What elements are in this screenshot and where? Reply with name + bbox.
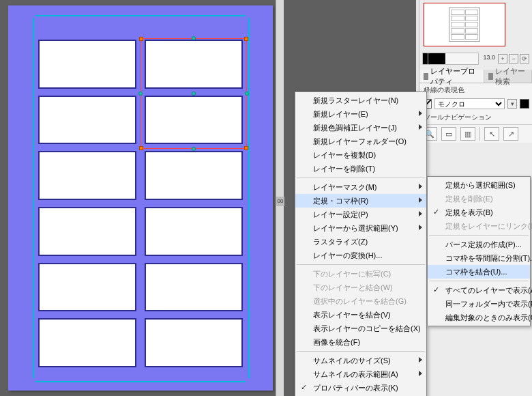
chevron-down-icon[interactable]: ▾ xyxy=(507,99,517,109)
foreground-color-icon[interactable] xyxy=(520,99,529,109)
frame-panel[interactable] xyxy=(38,263,136,312)
page-canvas[interactable] xyxy=(8,5,273,391)
layer-context-menu[interactable]: 新規ラスターレイヤー(N)新規レイヤー(E)新規色調補正レイヤー(J)新規レイヤ… xyxy=(295,91,427,396)
submenu-arrow-icon xyxy=(419,197,422,203)
navigator-page-icon xyxy=(449,8,480,42)
submenu-arrow-icon xyxy=(419,184,422,189)
menu-item[interactable]: すべてのレイヤーで表示(A)✓ xyxy=(428,283,530,297)
submenu-arrow-icon xyxy=(419,111,422,116)
vertical-ruler: 00 xyxy=(276,0,284,396)
submenu-arrow-icon xyxy=(419,357,422,363)
resize-handle-w[interactable] xyxy=(138,91,143,96)
frame-panel[interactable] xyxy=(145,263,243,312)
frame-panel[interactable] xyxy=(145,318,243,367)
transform-tool-icon[interactable]: ↗ xyxy=(503,127,518,141)
menu-separator xyxy=(429,281,529,281)
tab-label: レイヤープロパティ xyxy=(430,66,479,87)
menu-item: 選択中のレイヤーを結合(G) xyxy=(295,294,426,308)
menu-item: 下のレイヤーと結合(W) xyxy=(295,281,426,294)
submenu-arrow-icon xyxy=(419,211,422,216)
menu-item[interactable]: 編集対象のときのみ表示(O) xyxy=(428,311,530,324)
ruler-tool-icon[interactable]: ▭ xyxy=(441,127,456,141)
frame-panel[interactable] xyxy=(38,207,136,256)
ruler-tick-label: 00 xyxy=(276,197,284,206)
menu-item[interactable]: 表示レイヤーのコピーを結合(X) xyxy=(295,322,426,335)
center-handle[interactable] xyxy=(192,91,196,96)
menu-item[interactable]: レイヤーの変換(H)... xyxy=(295,249,426,262)
frame-panel[interactable] xyxy=(145,207,243,256)
tool-navigation-label: ツールナビゲーション xyxy=(419,111,532,124)
submenu-arrow-icon xyxy=(419,225,422,230)
resize-handle-ne[interactable] xyxy=(244,37,248,41)
resize-handle-nw[interactable] xyxy=(139,37,143,41)
crop-mark-right xyxy=(248,18,250,378)
layer-property-icon xyxy=(424,73,428,80)
resize-handle-e[interactable] xyxy=(245,91,249,96)
menu-item[interactable]: ラスタライズ(Z) xyxy=(295,235,426,249)
menu-separator xyxy=(297,178,425,178)
crop-mark-bottom xyxy=(35,381,246,382)
frame-panel[interactable] xyxy=(38,96,136,145)
menu-item[interactable]: レイヤーマスク(M) xyxy=(295,180,426,194)
tab-label: レイヤー検索 xyxy=(495,66,527,87)
menu-item[interactable]: 新規ラスターレイヤー(N) xyxy=(295,94,426,107)
zoom-in-icon[interactable]: + xyxy=(498,54,507,63)
menu-item[interactable]: レイヤーを複製(D) xyxy=(295,148,426,162)
menu-item[interactable]: パース定規の作成(P)... xyxy=(428,238,530,251)
resize-handle-s[interactable] xyxy=(192,147,196,151)
frame-panel[interactable] xyxy=(38,318,136,367)
navigator-thumbnail[interactable] xyxy=(424,3,505,46)
menu-item[interactable]: 新規色調補正レイヤー(J) xyxy=(295,121,426,135)
color-mode-row: モノクロ ▾ xyxy=(419,97,532,111)
menu-item: 定規をレイヤーにリンク(L) xyxy=(428,219,530,233)
zoom-out-icon[interactable]: − xyxy=(509,54,518,63)
menu-item[interactable]: 定規・コマ枠(R) xyxy=(295,194,426,208)
color-mode-select[interactable]: モノクロ xyxy=(434,98,505,109)
submenu-arrow-icon xyxy=(419,124,422,130)
brush-stroke-preview xyxy=(422,53,479,65)
menu-separator xyxy=(429,235,529,236)
guide-tool-icon[interactable]: ▥ xyxy=(460,127,475,141)
menu-item[interactable]: レイヤーを削除(T) xyxy=(295,162,426,175)
brush-size-value: 13.0 xyxy=(480,54,497,63)
check-icon: ✓ xyxy=(433,208,439,216)
cursor-tool-icon[interactable]: ↖ xyxy=(484,127,499,141)
crop-mark-left xyxy=(33,18,34,378)
menu-item[interactable]: サムネイルの表示範囲(A) xyxy=(295,367,426,381)
menu-item[interactable]: 新規レイヤーフォルダー(O) xyxy=(295,135,426,148)
frame-panel[interactable] xyxy=(38,40,136,89)
menu-item[interactable]: 表示レイヤーを結合(V) xyxy=(295,308,426,322)
menu-item[interactable]: 定規を表示(B)✓ xyxy=(428,206,530,219)
frame-panel[interactable] xyxy=(38,151,136,200)
menu-item[interactable]: サムネイルのサイズ(S) xyxy=(295,354,426,367)
crop-mark-top xyxy=(35,15,246,16)
resize-handle-sw[interactable] xyxy=(139,146,143,150)
menu-separator xyxy=(297,351,425,352)
separator xyxy=(479,127,480,141)
menu-item[interactable]: レイヤー設定(P) xyxy=(295,208,426,221)
submenu-arrow-icon xyxy=(419,371,422,376)
ruler-frame-submenu[interactable]: 定規から選択範囲(S)定規を削除(E)定規を表示(B)✓定規をレイヤーにリンク(… xyxy=(427,176,531,326)
tab-layer-property[interactable]: レイヤープロパティ xyxy=(419,70,484,83)
menu-item[interactable]: レイヤーから選択範囲(Y) xyxy=(295,221,426,235)
resize-handle-se[interactable] xyxy=(244,146,248,150)
menu-separator xyxy=(297,264,425,265)
menu-item[interactable]: プロパティバーの表示(K)✓ xyxy=(295,381,426,395)
frame-panel[interactable] xyxy=(145,151,243,200)
menu-item: 下のレイヤーに転写(C) xyxy=(295,267,426,281)
tab-layer-search[interactable]: レイヤー検索 xyxy=(484,70,532,83)
menu-item[interactable]: 定規から選択範囲(S) xyxy=(428,178,530,192)
tool-navigation-bar: 🔍 ▭ ▥ ↖ ↗ xyxy=(419,124,532,143)
check-icon: ✓ xyxy=(301,383,307,392)
menu-item[interactable]: 同一フォルダー内で表示(F) xyxy=(428,297,530,311)
refresh-icon[interactable]: ⟳ xyxy=(520,54,529,63)
menu-item[interactable]: コマ枠を等間隔に分割(T)... xyxy=(428,251,530,265)
menu-item: 定規を削除(E) xyxy=(428,192,530,206)
menu-item[interactable]: 画像を統合(F) xyxy=(295,335,426,349)
check-icon: ✓ xyxy=(433,285,439,294)
selection-bounding-box[interactable] xyxy=(141,38,247,149)
resize-handle-n[interactable] xyxy=(192,36,196,40)
menu-item[interactable]: 新規レイヤー(E) xyxy=(295,107,426,121)
property-tab-row: レイヤープロパティ レイヤー検索 xyxy=(419,70,532,83)
menu-item[interactable]: コマ枠を結合(U)... xyxy=(428,265,530,279)
